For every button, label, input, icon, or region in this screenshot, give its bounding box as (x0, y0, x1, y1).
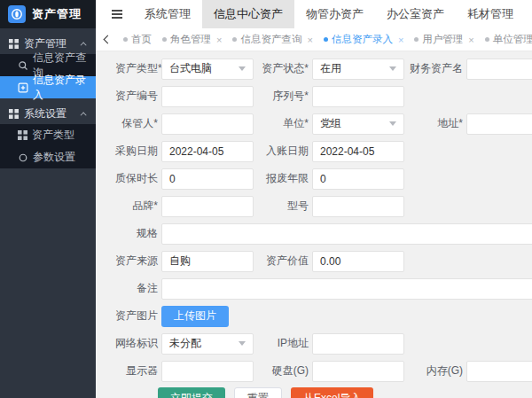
asset-status-label: 资产状态* (254, 61, 309, 76)
chevron-down-icon (239, 66, 246, 71)
asset-value-label: 资产价值 (254, 254, 309, 269)
tab-dot-icon (162, 37, 167, 42)
app-logo-icon (8, 5, 26, 23)
search-icon (18, 60, 28, 71)
asset-value-input[interactable] (312, 251, 404, 272)
top-navbar: 系统管理 信息中心资产 物管办资产 办公室资产 耗材管理 (96, 0, 532, 28)
main-area: 系统管理 信息中心资产 物管办资产 办公室资产 耗材管理 首页 角色管理 × 信… (96, 0, 532, 398)
app-title: 资产管理 (32, 6, 82, 22)
sidebar-item-label: 信息资产录入 (33, 73, 96, 103)
tab-dot-icon (123, 37, 128, 42)
purchase-date-input[interactable] (161, 141, 254, 162)
tab-dot-icon (232, 37, 237, 42)
sidebar-item-asset-type[interactable]: 资产类型 (0, 124, 96, 146)
sidebar: 资产管理 资产管理 信息资产查询 信息资产录入 (0, 0, 96, 398)
sidebar-submenu-settings: 资产类型 参数设置 (0, 124, 96, 168)
close-icon[interactable]: × (307, 35, 312, 45)
upload-image-button[interactable]: 上传图片 (161, 306, 229, 327)
scrap-years-input[interactable] (312, 168, 404, 190)
form-row: 规格 (96, 220, 532, 247)
sidebar-group-label: 资产管理 (24, 36, 66, 51)
memory-label: 内存(G) (404, 363, 463, 378)
sidebar-item-label: 参数设置 (33, 150, 75, 165)
source-input[interactable] (161, 251, 254, 272)
tab-asset-entry[interactable]: 信息资产录入 × (318, 33, 409, 46)
chevron-down-icon (389, 121, 396, 126)
ip-label: IP地址 (254, 336, 309, 351)
tab-dot-icon (414, 37, 419, 42)
nav-item-office-assets[interactable]: 办公室资产 (375, 0, 456, 28)
tab-role-mgmt[interactable]: 角色管理 × (157, 33, 227, 46)
form-row: 显示器 硬盘(G) 内存(G) (96, 357, 532, 385)
tab-home[interactable]: 首页 (118, 33, 157, 46)
grid-icon (9, 109, 19, 119)
asset-no-label: 资产编号 (115, 89, 158, 104)
sidebar-item-asset-entry[interactable]: 信息资产录入 (0, 76, 96, 98)
content-panel: 资产类型* 台式电脑 资产状态* 在用 财务资产名 资产编号 (96, 51, 532, 398)
chevron-down-icon (239, 341, 246, 346)
sidebar-item-param-settings[interactable]: 参数设置 (0, 146, 96, 168)
nav-item-property-office-assets[interactable]: 物管办资产 (294, 0, 375, 28)
nav-item-consumables[interactable]: 耗材管理 (456, 0, 525, 28)
submit-button[interactable]: 立即提交 (158, 387, 225, 398)
tab-scroll-left-icon[interactable] (104, 35, 113, 44)
close-icon[interactable]: × (398, 35, 403, 45)
tab-bar: 首页 角色管理 × 信息资产查询 × 信息资产录入 × 用户管理 × (96, 28, 532, 51)
app-window: 资产管理 资产管理 信息资产查询 信息资产录入 (0, 0, 532, 398)
disk-input[interactable] (312, 361, 404, 382)
asset-status-select[interactable]: 在用 (312, 59, 404, 80)
form-row: 资产编号 序列号* (96, 82, 532, 110)
brand-input[interactable] (161, 196, 254, 217)
network-select[interactable]: 未分配 (161, 333, 254, 355)
tab-asset-query[interactable]: 信息资产查询 × (227, 33, 317, 46)
spec-label: 规格 (115, 226, 158, 241)
app-logo: 资产管理 (0, 0, 96, 28)
network-label: 网络标识 (115, 336, 158, 351)
unit-select[interactable]: 党组 (312, 113, 404, 135)
chevron-up-icon (81, 42, 87, 48)
ip-input[interactable] (312, 333, 404, 355)
excel-import-button[interactable]: 从Excel导入 (291, 387, 373, 398)
close-icon[interactable]: × (468, 35, 473, 45)
serial-no-input[interactable] (312, 86, 404, 107)
warranty-label: 质保时长 (115, 171, 158, 186)
monitor-input[interactable] (161, 361, 254, 382)
form-row: 资产来源 资产价值 (96, 247, 532, 275)
purchase-date-label: 采购日期 (115, 144, 158, 159)
scrap-years-label: 报废年限 (254, 171, 309, 186)
disk-label: 硬盘(G) (254, 363, 309, 378)
asset-entry-form: 资产类型* 台式电脑 资产状态* 在用 财务资产名 资产编号 (96, 51, 532, 398)
model-input[interactable] (312, 196, 404, 217)
nav-item-system[interactable]: 系统管理 (133, 0, 202, 28)
asset-no-input[interactable] (161, 86, 254, 107)
form-row: 资产图片 上传图片 (96, 302, 532, 330)
reset-button[interactable]: 重置 (234, 387, 282, 398)
finance-name-input[interactable] (466, 59, 532, 80)
entry-date-input[interactable] (312, 141, 404, 162)
spec-input[interactable] (161, 223, 532, 245)
tab-user-mgmt[interactable]: 用户管理 × (409, 33, 479, 46)
serial-no-label: 序列号* (254, 89, 309, 104)
nav-item-info-center-assets[interactable]: 信息中心资产 (202, 0, 294, 28)
tab-unit-mgmt[interactable]: 单位管理 × (480, 33, 532, 46)
warranty-input[interactable] (161, 168, 254, 190)
form-row: 资产类型* 台式电脑 资产状态* 在用 财务资产名 (96, 55, 532, 82)
form-row: 品牌* 型号 (96, 192, 532, 220)
sidebar-group-settings[interactable]: 系统设置 (0, 103, 96, 124)
keeper-input[interactable] (161, 113, 254, 135)
menu-toggle-icon[interactable] (112, 0, 122, 28)
form-row: 采购日期 入账日期 (96, 137, 532, 165)
chevron-up-icon (81, 112, 87, 118)
memory-input[interactable] (466, 361, 532, 382)
close-icon[interactable]: × (216, 35, 222, 45)
grid-icon (18, 130, 27, 140)
circle-icon (18, 152, 28, 163)
finance-name-label: 财务资产名 (404, 61, 463, 76)
remark-input[interactable] (161, 278, 532, 300)
plus-square-icon (18, 82, 28, 93)
address-input[interactable] (466, 113, 532, 135)
sidebar-item-label: 资产类型 (32, 128, 74, 143)
tab-dot-icon (324, 37, 328, 42)
asset-type-select[interactable]: 台式电脑 (161, 59, 254, 80)
grid-icon (9, 39, 19, 49)
